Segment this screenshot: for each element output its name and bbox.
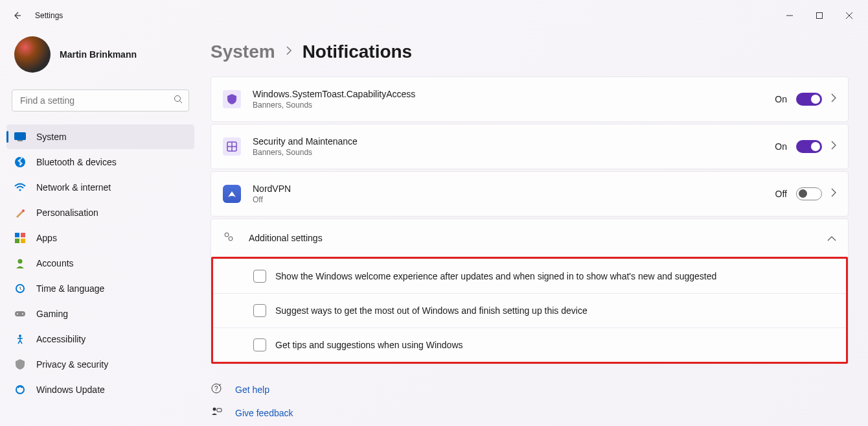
window-controls [775,5,864,26]
expand-title: Additional settings [249,233,827,243]
maximize-icon [816,12,823,19]
brush-icon [14,207,26,219]
close-icon [846,12,852,19]
nav-accounts[interactable]: Accounts [6,251,194,276]
svg-rect-8 [21,233,25,237]
gamepad-icon [14,308,26,320]
maximize-button[interactable] [805,5,834,26]
nav-system[interactable]: System [6,124,194,149]
highlight-box: Show the Windows welcome experience afte… [211,257,848,364]
nav-label: System [36,132,67,142]
give-feedback-link[interactable]: Give feedback [211,406,849,420]
nordvpn-app-icon [223,185,241,203]
update-icon [14,384,26,396]
apps-icon [14,232,26,244]
nav-label: Accounts [36,258,74,268]
nav-label: Bluetooth & devices [36,157,117,167]
footer-links: ? Get help Give feedback [211,383,849,420]
minimize-icon [786,12,793,19]
svg-point-5 [19,189,21,191]
nav-apps[interactable]: Apps [6,226,194,250]
svg-point-18 [16,386,24,394]
toggle-switch[interactable] [796,140,822,153]
svg-rect-3 [17,140,23,141]
nav-bluetooth[interactable]: Bluetooth & devices [6,150,194,174]
svg-rect-14 [15,311,25,316]
gears-icon [223,231,236,245]
nav-update[interactable]: Windows Update [6,377,194,402]
bluetooth-icon [14,156,26,168]
username: Martin Brinkmann [60,49,137,60]
avatar [14,36,51,73]
svg-point-1 [175,96,181,102]
checkbox[interactable] [253,270,266,283]
svg-point-16 [22,313,23,314]
nav-label: Gaming [36,309,68,319]
checkbox[interactable] [253,338,266,351]
minimize-button[interactable] [775,5,805,26]
search-wrap [12,89,189,112]
checkbox[interactable] [253,304,266,317]
arrow-left-icon [12,10,22,21]
app-row-security[interactable]: Security and Maintenance Banners, Sounds… [211,124,849,169]
toggle-switch[interactable] [796,187,822,200]
check-welcome[interactable]: Show the Windows welcome experience afte… [213,259,846,293]
check-tips[interactable]: Get tips and suggestions when using Wind… [213,327,846,362]
app-row-capability[interactable]: Windows.SystemToast.CapabilityAccess Ban… [211,77,849,122]
svg-point-24 [213,408,216,411]
nav-gaming[interactable]: Gaming [6,302,194,326]
app-subtitle: Off [253,195,775,204]
nav-privacy[interactable]: Privacy & security [6,352,194,377]
svg-point-21 [229,237,233,241]
nav-accessibility[interactable]: Accessibility [6,327,194,351]
svg-rect-25 [217,408,222,412]
chevron-right-icon [831,93,836,105]
breadcrumb-parent[interactable]: System [211,41,275,62]
app-row-nordvpn[interactable]: NordVPN Off Off [211,171,849,217]
toggle-label: On [775,141,787,152]
toggle-switch[interactable] [796,93,822,106]
window-title: Settings [35,11,63,20]
help-icon: ? [211,383,223,397]
back-button[interactable] [4,3,30,29]
app-subtitle: Banners, Sounds [253,148,775,157]
svg-rect-0 [817,13,823,19]
main-content: System Notifications Windows.SystemToast… [201,31,868,426]
person-icon [14,257,26,269]
breadcrumb-current: Notifications [303,41,413,62]
nav-label: Apps [36,233,57,243]
expand-header[interactable]: Additional settings [211,219,848,257]
svg-point-11 [18,259,23,264]
link-label: Give feedback [235,408,293,418]
nav-time[interactable]: Time & language [6,276,194,301]
shield-icon [14,359,26,370]
nav-list: System Bluetooth & devices Network & int… [6,124,194,402]
sidebar: Martin Brinkmann System Bluetooth & devi… [0,31,201,426]
nav-network[interactable]: Network & internet [6,175,194,200]
get-help-link[interactable]: ? Get help [211,383,849,397]
clock-icon [14,283,26,294]
svg-rect-2 [15,133,26,140]
toggle-label: On [775,94,787,104]
svg-rect-9 [15,239,19,243]
nav-label: Time & language [36,283,104,294]
checkbox-label: Suggest ways to get the most out of Wind… [275,305,588,316]
nav-label: Accessibility [36,334,86,344]
chevron-right-icon [286,45,292,58]
close-button[interactable] [834,5,864,26]
app-title: Security and Maintenance [253,136,775,147]
nav-personalisation[interactable]: Personalisation [6,200,194,225]
toggle-label: Off [775,189,787,199]
check-suggest[interactable]: Suggest ways to get the most out of Wind… [213,293,846,327]
svg-point-17 [19,335,21,337]
profile[interactable]: Martin Brinkmann [6,31,194,78]
breadcrumb: System Notifications [211,41,849,62]
titlebar: Settings [0,0,868,31]
search-input[interactable] [12,89,189,112]
feedback-icon [211,406,223,420]
chevron-right-icon [831,141,836,152]
svg-point-15 [17,313,18,314]
chevron-up-icon [827,232,836,244]
additional-settings: Additional settings Show the Windows wel… [211,219,849,364]
monitor-icon [14,131,26,143]
